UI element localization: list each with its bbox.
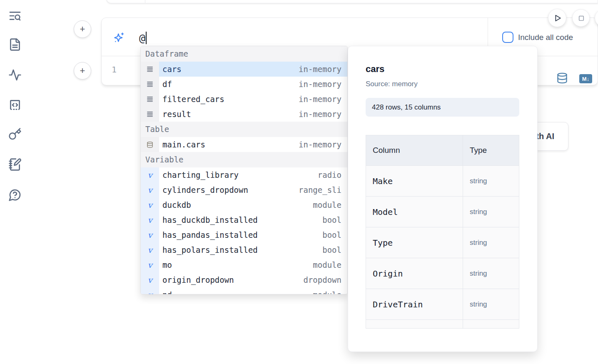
add-cell-above-button[interactable]: + xyxy=(74,20,91,38)
sidebar xyxy=(0,0,29,364)
autocomplete-section-header: Variable xyxy=(141,152,347,167)
item-icon-gutter: v xyxy=(141,197,159,212)
column-name xyxy=(366,320,463,329)
previous-cell-divider xyxy=(145,0,145,3)
column-type: string xyxy=(463,197,519,227)
schema-header-row: ColumnType xyxy=(366,135,519,165)
autocomplete-item[interactable]: main.carsin-memory xyxy=(141,137,347,152)
item-type: radio xyxy=(318,170,341,180)
notebook-pen-icon[interactable] xyxy=(8,158,22,171)
schema-row: Makestring xyxy=(366,165,519,196)
variable-icon: v xyxy=(148,245,152,254)
item-icon-gutter xyxy=(141,62,159,77)
schema-row: Modelstring xyxy=(366,196,519,227)
autocomplete-item[interactable]: dfin-memory xyxy=(141,77,347,92)
play-icon xyxy=(552,13,563,23)
item-icon-gutter: v xyxy=(141,287,159,294)
item-type: dropdown xyxy=(303,275,341,284)
item-name: filtered_cars xyxy=(162,95,299,104)
item-type: in-memory xyxy=(299,95,341,104)
autocomplete-item[interactable]: vorigin_dropdowndropdown xyxy=(141,272,347,287)
column-type-text: string xyxy=(470,239,487,247)
item-type: in-memory xyxy=(299,140,341,149)
dataframe-popover: cars Source: memory 428 rows, 15 columns… xyxy=(348,46,538,352)
dataframe-icon xyxy=(147,111,153,117)
item-type: in-memory xyxy=(299,110,341,119)
help-chat-icon[interactable] xyxy=(8,188,22,202)
column-type-text: string xyxy=(470,208,487,216)
item-name: cars xyxy=(162,65,299,74)
item-type: in-memory xyxy=(299,65,341,74)
schema-row: Typestring xyxy=(366,227,519,258)
variable-icon: v xyxy=(148,170,152,180)
item-content: has_duckdb_installedbool xyxy=(159,212,347,227)
item-type: module xyxy=(313,290,341,294)
column-type-text: string xyxy=(470,177,487,185)
autocomplete-item[interactable]: resultin-memory xyxy=(141,107,347,122)
ai-prompt-value: @ xyxy=(139,32,145,44)
column-header: Column xyxy=(366,135,463,165)
item-icon-gutter: v xyxy=(141,242,159,257)
item-icon-gutter: v xyxy=(141,212,159,227)
item-name: mo xyxy=(162,260,313,269)
item-content: momodule xyxy=(159,257,347,272)
variable-icon: v xyxy=(148,260,152,269)
item-content: duckdbmodule xyxy=(159,197,347,212)
item-type: range_sli xyxy=(299,185,341,194)
autocomplete-item[interactable]: vpdmodule xyxy=(141,287,347,294)
item-name: has_polars_installed xyxy=(162,245,322,254)
item-content: resultin-memory xyxy=(159,107,347,122)
item-name: duckdb xyxy=(162,200,313,209)
autocomplete-item[interactable]: vhas_duckdb_installedbool xyxy=(141,212,347,227)
autocomplete-item[interactable]: filtered_carsin-memory xyxy=(141,92,347,107)
autocomplete-section-header: Table xyxy=(141,122,347,137)
variable-icon: v xyxy=(148,230,152,239)
stop-icon xyxy=(576,13,586,23)
include-all-code-checkbox[interactable] xyxy=(502,32,513,43)
schema-row xyxy=(366,319,519,329)
ai-prompt-input[interactable]: @ xyxy=(139,30,147,45)
autocomplete-item[interactable]: carsin-memory xyxy=(141,62,347,77)
sparkles-icon xyxy=(113,32,125,44)
autocomplete-item[interactable]: vcharting_libraryradio xyxy=(141,167,347,182)
item-name: origin_dropdown xyxy=(162,275,303,284)
autocomplete-item[interactable]: vduckdbmodule xyxy=(141,197,347,212)
item-content: cylinders_dropdownrange_sli xyxy=(159,182,347,197)
activity-icon[interactable] xyxy=(8,68,22,82)
column-type: string xyxy=(463,227,519,258)
autocomplete-item[interactable]: vhas_pandas_installedbool xyxy=(141,227,347,242)
autocomplete-item[interactable]: vcylinders_dropdownrange_sli xyxy=(141,182,347,197)
variable-icon: v xyxy=(148,185,152,194)
database-icon[interactable] xyxy=(556,72,568,84)
column-name: Make xyxy=(366,166,463,196)
item-content: charting_libraryradio xyxy=(159,167,347,182)
key-icon[interactable] xyxy=(8,127,22,141)
add-cell-below-button[interactable]: + xyxy=(74,62,91,80)
include-all-code-label: Include all code xyxy=(518,33,573,42)
autocomplete-item[interactable]: vmomodule xyxy=(141,257,347,272)
stop-cell-button[interactable] xyxy=(572,9,590,27)
autocomplete-item[interactable]: vhas_polars_installedbool xyxy=(141,242,347,257)
item-content: carsin-memory xyxy=(159,62,347,77)
file-text-icon[interactable] xyxy=(8,38,22,51)
code-square-dashed-icon[interactable] xyxy=(8,98,22,112)
item-content: dfin-memory xyxy=(159,77,347,92)
column-type: string xyxy=(463,289,519,319)
column-name-text: Model xyxy=(373,207,398,217)
item-content: main.carsin-memory xyxy=(159,137,347,152)
column-name: DriveTrain xyxy=(366,289,463,319)
run-cell-button[interactable] xyxy=(548,9,566,27)
column-name-text: DriveTrain xyxy=(373,299,423,309)
variable-icon: v xyxy=(148,290,152,294)
item-icon-gutter: v xyxy=(141,272,159,287)
shape-badge: 428 rows, 15 columns xyxy=(366,98,519,117)
column-type: string xyxy=(463,166,519,196)
column-type xyxy=(463,320,519,329)
item-type: module xyxy=(313,260,341,269)
item-icon-gutter xyxy=(141,92,159,107)
markdown-icon[interactable]: M↓ xyxy=(579,74,592,83)
item-content: has_pandas_installedbool xyxy=(159,227,347,242)
item-icon-gutter: v xyxy=(141,182,159,197)
item-type: bool xyxy=(322,245,341,254)
list-search-icon[interactable] xyxy=(8,9,22,22)
